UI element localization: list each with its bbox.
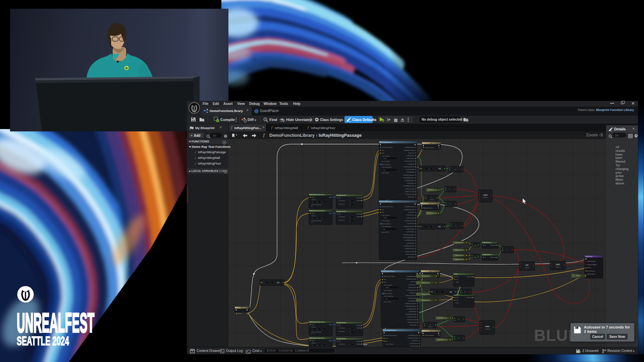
svg-text:oo: oo [382,120,384,122]
